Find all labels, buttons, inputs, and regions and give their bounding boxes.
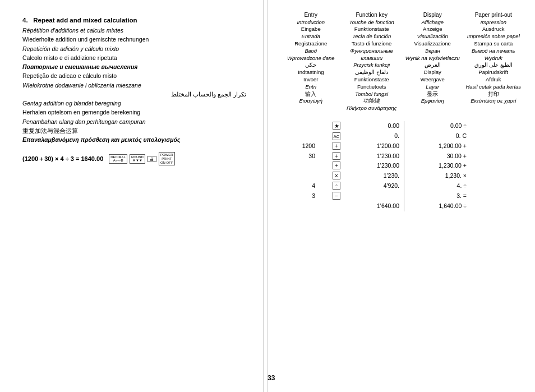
col-funckey-l5: Przycisk funkcji [343, 62, 402, 69]
col-display-main: Display [403, 11, 462, 19]
lang-item: 重复加法与混合运算 [22, 126, 246, 135]
col-entry-l7: Indtastning [282, 69, 340, 76]
display-8 [353, 191, 404, 201]
col-funckey-l10: 功能键 [343, 98, 402, 105]
btn-7: ÷ [320, 181, 353, 191]
column-headers: Entry Introduction Eingabe Entrada Regis… [280, 11, 524, 112]
col-printout-l10: 打印 [464, 91, 523, 98]
section-heading: Repeat add and mixed calculation [33, 17, 137, 24]
col-funckey-l6: دلفاح الوظيفي [343, 69, 402, 76]
col-funckey-l3: Tasto di funzione [343, 40, 402, 48]
btn-symbol-5: + [333, 162, 340, 169]
lang-item: Herhalen optelsom en gemengde berekening [22, 108, 246, 117]
display-7: 4'920. [353, 181, 404, 191]
col-funckey-l8: Functietoets [343, 84, 402, 91]
col-funckey-l7: Funktionstaste [343, 76, 402, 84]
calc-section: ★ 0.00 0.00 ÷ AC 0. 0. C 1200 + 1'200.00… [280, 121, 524, 211]
col-printout-l4: Вывод на печать [464, 48, 523, 55]
col-funckey-l4: Функциональные клавиши [343, 48, 402, 62]
col-entry: Entry Introduction Eingabe Entrada Regis… [280, 11, 342, 112]
right-column: Entry Introduction Eingabe Entrada Regis… [264, 0, 535, 392]
left-column: 4. Repeat add and mixed calculation Répé… [0, 0, 264, 392]
btn-6: × [320, 171, 353, 181]
btn-3: + [320, 141, 353, 151]
col-printout-l3: Stampa su carta [464, 40, 523, 48]
print-7: 4. ÷ [404, 181, 471, 191]
lang-item: Gentag addition og blandet beregning [22, 99, 246, 108]
col-display-l9: Layar [403, 84, 462, 91]
col-printout-l9: Hasil cetak pada kertas [464, 84, 523, 91]
col-display-l10: 显示 [403, 91, 462, 98]
entry-9 [280, 201, 320, 211]
btn-symbol-8: − [333, 192, 340, 200]
btn-4: + [320, 151, 353, 162]
col-display-l8: Weergave [403, 76, 462, 84]
lang-item: تكرار الجمع والحساب المختلط [22, 90, 246, 99]
lang-item: Wielokrotne dodawanie i obliczenia miesz… [22, 81, 246, 90]
col-printout-l6: الطبع على الورق [464, 62, 523, 69]
formula-section: (1200＋30) × 4 ÷ 3 = 1640.00 DECIMALA÷÷÷B… [22, 152, 246, 165]
print-8: 3. = [404, 191, 471, 201]
page-container: 4. Repeat add and mixed calculation Répé… [0, 0, 535, 392]
btn-symbol-2: AC [333, 132, 340, 140]
col-printout-l7: Papirudskrift [464, 69, 523, 76]
col-entry-l5: Wprowadzone dane [282, 55, 340, 62]
entry-7: 4 [280, 181, 320, 191]
col-funckey: Function key Touche de fonction Funktion… [342, 11, 403, 112]
display-9: 1'640.00 [353, 201, 404, 211]
col-funckey-l2: Tecla de función [343, 33, 402, 40]
icon-print2: POWERPRINTON·OFF [159, 152, 175, 165]
col-printout-l8: Afdruk [464, 76, 523, 84]
lang-item: Repetición de adición y cálculo mixto [22, 44, 246, 53]
entry-5 [280, 161, 320, 171]
entry-3: 1200 [280, 141, 320, 151]
lang-item: Repetição de adicao e cálculo misto [22, 71, 246, 80]
multilang-list: Répétition d'additions et calculs mixtes… [22, 26, 246, 144]
btn-9 [320, 201, 353, 211]
formula-icons: DECIMALA÷÷÷B ROUND▼▼▼ 🖨 POWERPRINTON·OFF [109, 152, 174, 165]
col-display-l1: Anzeige [403, 26, 462, 33]
entry-1 [280, 121, 320, 131]
col-display-l3: Visualizzazione [403, 40, 462, 48]
entry-6 [280, 171, 320, 181]
lang-item: Répétition d'additions et calculs mixtes [22, 26, 246, 35]
section-title: 4. Repeat add and mixed calculation [22, 17, 246, 24]
entry-2 [280, 131, 320, 141]
section-number: 4. [22, 17, 28, 24]
col-entry-main: Entry [282, 11, 340, 19]
col-display-l6: العرض [403, 62, 462, 69]
col-entry-l3: Registrazione [282, 40, 340, 48]
print-1: 0.00 ÷ [404, 121, 471, 131]
col-printout-sub: Impression [464, 19, 523, 26]
col-funckey-sub: Touche de fonction [343, 19, 402, 26]
col-funckey-l9: Tombol fungsi [343, 91, 402, 98]
col-entry-l9: Entri [282, 84, 340, 91]
col-entry-l1: Eingabe [282, 26, 340, 33]
col-display-sub: Affichage [403, 19, 462, 26]
icon-round: ROUND▼▼▼ [130, 154, 145, 164]
col-funckey-l1: Funktionstaste [343, 26, 402, 33]
lang-item: Calcolo misto e di addizione ripetuta [22, 53, 246, 62]
calc-table: ★ 0.00 0.00 ÷ AC 0. 0. C 1200 + 1'200.00… [280, 121, 524, 211]
col-entry-l4: Ввод [282, 48, 340, 55]
display-1: 0.00 [353, 121, 404, 131]
display-2: 0. [353, 131, 404, 141]
formula-text: (1200＋30) × 4 ÷ 3 = 1640.00 [22, 155, 103, 163]
col-display: Display Affichage Anzeige Visualización … [402, 11, 463, 112]
col-funckey-l11: Πλήκτρο συνάρτησης [343, 105, 402, 112]
btn-symbol-6: × [333, 172, 340, 179]
print-4: 30.00 + [404, 151, 471, 162]
page-number: 33 [268, 374, 275, 382]
vertical-divider [268, 0, 268, 392]
print-2: 0. C [404, 131, 471, 141]
btn-1: ★ [320, 121, 353, 131]
col-funckey-main: Function key [343, 11, 402, 19]
col-entry-sub: Introduction [282, 19, 340, 26]
icon-decimal: DECIMALA÷÷÷B [109, 154, 127, 164]
print-5: 1,230.00 + [404, 161, 471, 171]
btn-5: + [320, 161, 353, 171]
col-entry-l10: 输入 [282, 91, 340, 98]
col-entry-l6: جكي [282, 62, 340, 69]
col-entry-l8: Invoer [282, 76, 340, 84]
col-display-l7: Display [403, 69, 462, 76]
